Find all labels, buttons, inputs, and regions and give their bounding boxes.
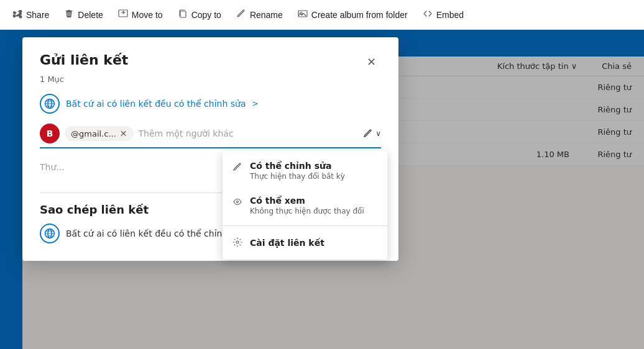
move-to-button[interactable]: Move to <box>111 0 170 30</box>
can-edit-desc: Thực hiện thay đổi bất kỳ <box>250 172 345 181</box>
rename-label: Rename <box>250 10 283 20</box>
rename-button[interactable]: Rename <box>229 0 290 30</box>
svg-point-6 <box>237 201 239 203</box>
move-icon <box>118 9 128 21</box>
create-album-icon <box>298 9 308 21</box>
share-label: Share <box>26 10 49 20</box>
share-dialog: Gửi liên kết ✕ 1 Mục Bất cứ ai có liên k… <box>22 37 398 261</box>
recipient-row: B @gmail.c... ✕ Thêm một người khác ∨ Có… <box>40 124 381 148</box>
view-icon <box>232 197 242 209</box>
move-to-label: Move to <box>132 10 163 20</box>
chevron-down-icon: ∨ <box>375 129 381 138</box>
settings-icon <box>232 237 242 250</box>
rename-icon <box>236 9 246 21</box>
remove-recipient-button[interactable]: ✕ <box>120 129 127 138</box>
embed-button[interactable]: Embed <box>415 0 471 30</box>
embed-icon <box>423 9 433 21</box>
permission-edit-button[interactable]: ∨ <box>363 129 381 138</box>
delete-label: Delete <box>78 10 103 20</box>
link-settings-label: Cài đặt liên kết <box>250 238 324 248</box>
copy-icon <box>178 9 188 21</box>
can-view-title: Có thể xem <box>250 196 364 206</box>
add-person-placeholder[interactable]: Thêm một người khác <box>139 129 359 138</box>
toolbar: Share Delete Move to Copy to Rename Crea… <box>0 0 644 30</box>
email-partial: @gmail.c... <box>71 129 116 138</box>
avatar-initial: B <box>47 129 53 138</box>
close-icon: ✕ <box>367 55 376 69</box>
copy-link-text: Bất cứ ai có liên kết đều có thể chỉnh s… <box>66 229 246 238</box>
copy-to-button[interactable]: Copy to <box>170 0 229 30</box>
permission-dropdown: Có thể chỉnh sửa Thực hiện thay đổi bất … <box>223 151 387 260</box>
dialog-title: Gửi liên kết <box>40 52 128 68</box>
link-permission-row[interactable]: Bất cứ ai có liên kết đều có thể chỉnh s… <box>40 94 381 114</box>
create-album-button[interactable]: Create album from folder <box>290 0 415 30</box>
link-settings-option[interactable]: Cài đặt liên kết <box>223 229 387 257</box>
email-tag: @gmail.c... ✕ <box>65 126 134 141</box>
avatar: B <box>40 124 60 143</box>
copy-to-label: Copy to <box>191 10 221 20</box>
can-view-content: Có thể xem Không thực hiện được thay đổi <box>250 196 364 215</box>
edit-icon <box>232 162 242 175</box>
can-edit-option[interactable]: Có thể chỉnh sửa Thực hiện thay đổi bất … <box>223 153 387 188</box>
dropdown-divider <box>223 225 387 226</box>
delete-icon <box>64 9 74 21</box>
svg-point-7 <box>236 241 239 243</box>
can-edit-content: Có thể chỉnh sửa Thực hiện thay đổi bất … <box>250 161 345 181</box>
share-button[interactable]: Share <box>5 0 57 30</box>
link-permission-text: Bất cứ ai có liên kết đều có thể chỉnh s… <box>66 99 246 109</box>
can-view-desc: Không thực hiện được thay đổi <box>250 207 364 215</box>
link-chevron: > <box>252 99 259 108</box>
dialog-close-button[interactable]: ✕ <box>361 52 381 72</box>
can-edit-title: Có thể chỉnh sửa <box>250 161 345 171</box>
copy-globe-icon <box>40 224 60 243</box>
dialog-subtitle: 1 Mục <box>40 75 381 84</box>
create-album-label: Create album from folder <box>311 10 408 20</box>
svg-rect-1 <box>180 11 186 17</box>
message-placeholder: Thư... <box>40 162 65 172</box>
can-view-option[interactable]: Có thể xem Không thực hiện được thay đổi <box>223 188 387 223</box>
dialog-header: Gửi liên kết ✕ <box>40 52 381 72</box>
globe-icon <box>40 94 60 114</box>
share-icon <box>12 9 22 21</box>
embed-label: Embed <box>436 10 464 20</box>
delete-button[interactable]: Delete <box>57 0 110 30</box>
